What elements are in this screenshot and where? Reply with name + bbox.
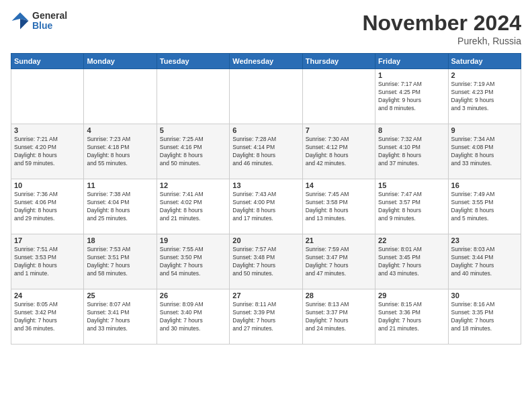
day-info: Sunrise: 8:07 AM Sunset: 3:41 PM Dayligh… bbox=[87, 301, 153, 333]
calendar-cell: 4Sunrise: 7:23 AM Sunset: 4:18 PM Daylig… bbox=[84, 124, 157, 179]
day-number: 5 bbox=[160, 126, 226, 134]
day-number: 11 bbox=[87, 181, 153, 189]
calendar-cell bbox=[11, 69, 84, 124]
page: General Blue November 2024 Purekh, Russi… bbox=[0, 0, 532, 411]
calendar-cell: 19Sunrise: 7:55 AM Sunset: 3:50 PM Dayli… bbox=[157, 234, 229, 289]
calendar-header-row: Sunday Monday Tuesday Wednesday Thursday… bbox=[11, 54, 521, 69]
calendar-cell bbox=[302, 69, 375, 124]
day-info: Sunrise: 8:16 AM Sunset: 3:35 PM Dayligh… bbox=[451, 301, 518, 333]
calendar-cell: 18Sunrise: 7:53 AM Sunset: 3:51 PM Dayli… bbox=[84, 234, 157, 289]
day-number: 14 bbox=[306, 181, 372, 189]
calendar-cell: 27Sunrise: 8:11 AM Sunset: 3:39 PM Dayli… bbox=[230, 289, 302, 345]
week-row-3: 10Sunrise: 7:36 AM Sunset: 4:06 PM Dayli… bbox=[11, 179, 521, 234]
day-number: 19 bbox=[160, 236, 226, 244]
week-row-5: 24Sunrise: 8:05 AM Sunset: 3:42 PM Dayli… bbox=[11, 289, 521, 345]
week-row-2: 3Sunrise: 7:21 AM Sunset: 4:20 PM Daylig… bbox=[11, 124, 521, 179]
calendar-cell: 14Sunrise: 7:45 AM Sunset: 3:58 PM Dayli… bbox=[302, 179, 375, 234]
day-info: Sunrise: 7:57 AM Sunset: 3:48 PM Dayligh… bbox=[232, 246, 299, 278]
day-info: Sunrise: 7:41 AM Sunset: 4:02 PM Dayligh… bbox=[160, 191, 226, 223]
logo-icon bbox=[11, 11, 30, 30]
day-number: 15 bbox=[378, 181, 445, 189]
day-number: 29 bbox=[378, 291, 445, 300]
month-title: November 2024 bbox=[362, 11, 521, 36]
day-info: Sunrise: 7:25 AM Sunset: 4:16 PM Dayligh… bbox=[160, 136, 226, 168]
day-info: Sunrise: 8:05 AM Sunset: 3:42 PM Dayligh… bbox=[14, 301, 81, 333]
day-info: Sunrise: 7:19 AM Sunset: 4:23 PM Dayligh… bbox=[451, 81, 518, 113]
calendar-cell: 16Sunrise: 7:49 AM Sunset: 3:55 PM Dayli… bbox=[448, 179, 521, 234]
day-info: Sunrise: 7:55 AM Sunset: 3:50 PM Dayligh… bbox=[160, 246, 226, 278]
location: Purekh, Russia bbox=[362, 36, 521, 46]
day-info: Sunrise: 8:01 AM Sunset: 3:45 PM Dayligh… bbox=[378, 246, 445, 278]
calendar-cell: 23Sunrise: 8:03 AM Sunset: 3:44 PM Dayli… bbox=[448, 234, 521, 289]
logo-general: General bbox=[32, 11, 67, 21]
day-number: 9 bbox=[451, 126, 518, 134]
col-friday: Friday bbox=[375, 54, 448, 69]
day-number: 21 bbox=[306, 236, 372, 244]
day-number: 6 bbox=[232, 126, 299, 134]
day-info: Sunrise: 8:13 AM Sunset: 3:37 PM Dayligh… bbox=[306, 301, 372, 333]
day-number: 22 bbox=[378, 236, 445, 244]
day-info: Sunrise: 7:32 AM Sunset: 4:10 PM Dayligh… bbox=[378, 136, 445, 168]
day-number: 13 bbox=[232, 181, 299, 189]
calendar-cell bbox=[230, 69, 302, 124]
day-number: 10 bbox=[14, 181, 81, 189]
calendar-cell: 7Sunrise: 7:30 AM Sunset: 4:12 PM Daylig… bbox=[302, 124, 375, 179]
day-info: Sunrise: 7:38 AM Sunset: 4:04 PM Dayligh… bbox=[87, 191, 153, 223]
day-number: 8 bbox=[378, 126, 445, 134]
day-number: 24 bbox=[14, 291, 81, 300]
day-number: 4 bbox=[87, 126, 153, 134]
calendar-cell: 11Sunrise: 7:38 AM Sunset: 4:04 PM Dayli… bbox=[84, 179, 157, 234]
col-sunday: Sunday bbox=[11, 54, 84, 69]
calendar-cell: 5Sunrise: 7:25 AM Sunset: 4:16 PM Daylig… bbox=[157, 124, 229, 179]
week-row-1: 1Sunrise: 7:17 AM Sunset: 4:25 PM Daylig… bbox=[11, 69, 521, 124]
day-number: 2 bbox=[451, 71, 518, 79]
week-row-4: 17Sunrise: 7:51 AM Sunset: 3:53 PM Dayli… bbox=[11, 234, 521, 289]
calendar-cell: 9Sunrise: 7:34 AM Sunset: 4:08 PM Daylig… bbox=[448, 124, 521, 179]
calendar-cell: 17Sunrise: 7:51 AM Sunset: 3:53 PM Dayli… bbox=[11, 234, 84, 289]
day-number: 7 bbox=[306, 126, 372, 134]
calendar-cell: 25Sunrise: 8:07 AM Sunset: 3:41 PM Dayli… bbox=[84, 289, 157, 345]
calendar-cell: 12Sunrise: 7:41 AM Sunset: 4:02 PM Dayli… bbox=[157, 179, 229, 234]
calendar-cell: 13Sunrise: 7:43 AM Sunset: 4:00 PM Dayli… bbox=[230, 179, 302, 234]
day-info: Sunrise: 8:11 AM Sunset: 3:39 PM Dayligh… bbox=[232, 301, 299, 333]
day-number: 16 bbox=[451, 181, 518, 189]
day-info: Sunrise: 7:53 AM Sunset: 3:51 PM Dayligh… bbox=[87, 246, 153, 278]
calendar-cell: 3Sunrise: 7:21 AM Sunset: 4:20 PM Daylig… bbox=[11, 124, 84, 179]
day-info: Sunrise: 7:21 AM Sunset: 4:20 PM Dayligh… bbox=[14, 136, 81, 168]
day-info: Sunrise: 7:45 AM Sunset: 3:58 PM Dayligh… bbox=[306, 191, 372, 223]
calendar-cell: 21Sunrise: 7:59 AM Sunset: 3:47 PM Dayli… bbox=[302, 234, 375, 289]
day-info: Sunrise: 7:59 AM Sunset: 3:47 PM Dayligh… bbox=[306, 246, 372, 278]
day-number: 28 bbox=[306, 291, 372, 300]
title-block: November 2024 Purekh, Russia bbox=[362, 11, 521, 46]
day-number: 20 bbox=[232, 236, 299, 244]
day-info: Sunrise: 7:47 AM Sunset: 3:57 PM Dayligh… bbox=[378, 191, 445, 223]
logo-text: General Blue bbox=[32, 11, 67, 32]
day-number: 27 bbox=[232, 291, 299, 300]
day-info: Sunrise: 7:23 AM Sunset: 4:18 PM Dayligh… bbox=[87, 136, 153, 168]
day-number: 30 bbox=[451, 291, 518, 300]
calendar-cell: 24Sunrise: 8:05 AM Sunset: 3:42 PM Dayli… bbox=[11, 289, 84, 345]
calendar-cell: 1Sunrise: 7:17 AM Sunset: 4:25 PM Daylig… bbox=[375, 69, 448, 124]
day-number: 17 bbox=[14, 236, 81, 244]
day-number: 25 bbox=[87, 291, 153, 300]
col-wednesday: Wednesday bbox=[230, 54, 302, 69]
day-info: Sunrise: 8:15 AM Sunset: 3:36 PM Dayligh… bbox=[378, 301, 445, 333]
calendar-cell: 30Sunrise: 8:16 AM Sunset: 3:35 PM Dayli… bbox=[448, 289, 521, 345]
day-number: 18 bbox=[87, 236, 153, 244]
day-info: Sunrise: 7:43 AM Sunset: 4:00 PM Dayligh… bbox=[232, 191, 299, 223]
col-tuesday: Tuesday bbox=[157, 54, 229, 69]
logo-blue: Blue bbox=[32, 21, 67, 31]
day-number: 23 bbox=[451, 236, 518, 244]
day-info: Sunrise: 7:34 AM Sunset: 4:08 PM Dayligh… bbox=[451, 136, 518, 168]
calendar-cell: 26Sunrise: 8:09 AM Sunset: 3:40 PM Dayli… bbox=[157, 289, 229, 345]
calendar-cell: 10Sunrise: 7:36 AM Sunset: 4:06 PM Dayli… bbox=[11, 179, 84, 234]
day-info: Sunrise: 7:36 AM Sunset: 4:06 PM Dayligh… bbox=[14, 191, 81, 223]
calendar-cell: 28Sunrise: 8:13 AM Sunset: 3:37 PM Dayli… bbox=[302, 289, 375, 345]
logo: General Blue bbox=[11, 11, 67, 32]
calendar-cell: 20Sunrise: 7:57 AM Sunset: 3:48 PM Dayli… bbox=[230, 234, 302, 289]
day-number: 12 bbox=[160, 181, 226, 189]
day-info: Sunrise: 7:51 AM Sunset: 3:53 PM Dayligh… bbox=[14, 246, 81, 278]
day-info: Sunrise: 7:28 AM Sunset: 4:14 PM Dayligh… bbox=[232, 136, 299, 168]
calendar-cell bbox=[84, 69, 157, 124]
day-number: 3 bbox=[14, 126, 81, 134]
